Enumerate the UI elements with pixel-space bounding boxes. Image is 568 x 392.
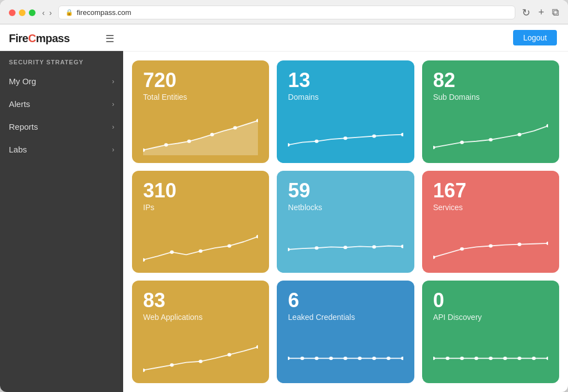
chart-line	[433, 125, 548, 147]
chart-dot	[344, 136, 347, 140]
metric-number: 59	[288, 181, 403, 201]
sidebar-item-reports[interactable]: Reports ›	[0, 115, 123, 138]
chevron-icon: ›	[112, 146, 114, 154]
metric-card-ips[interactable]: 310 IPs	[132, 171, 269, 273]
chart-dot	[315, 247, 318, 250]
chart-dot	[358, 357, 362, 360]
metric-number: 310	[143, 181, 258, 201]
chart-dot	[387, 357, 390, 360]
chart-area	[143, 116, 258, 155]
chart-dot	[227, 245, 231, 248]
chart-dot	[546, 124, 548, 128]
sidebar-section-title: SECURITY STRATEGY	[0, 51, 123, 70]
chart-dot	[445, 357, 449, 360]
chart-dot	[256, 235, 258, 238]
chart-dot	[373, 134, 376, 138]
chart-area	[288, 116, 403, 155]
metric-label: Domains	[288, 93, 403, 101]
metric-label: Total Entities	[143, 93, 258, 101]
chart-dot	[301, 357, 304, 360]
sidebar: FireCmpass ☰ SECURITY STRATEGY My Org › …	[0, 24, 123, 392]
metric-number: 167	[433, 181, 548, 201]
chart-svg	[143, 337, 258, 375]
chart-dot	[143, 149, 145, 152]
metric-card-api-discovery[interactable]: 0 API Discovery	[422, 281, 559, 383]
chart-dot	[256, 345, 258, 349]
sidebar-label-my-org: My Org	[9, 77, 36, 86]
chevron-icon: ›	[112, 78, 114, 85]
metric-card-total-entities[interactable]: 720 Total Entities	[132, 60, 269, 163]
metric-number: 6	[288, 291, 403, 310]
chart-dot	[433, 146, 435, 149]
sidebar-label-alerts: Alerts	[9, 99, 30, 109]
metric-card-services[interactable]: 167 Services	[422, 171, 559, 273]
metric-number: 83	[143, 291, 258, 310]
app-body: FireCmpass ☰ SECURITY STRATEGY My Org › …	[0, 24, 568, 392]
chart-dot	[546, 242, 548, 245]
metric-card-sub-domains[interactable]: 82 Sub Domains	[422, 60, 559, 163]
chart-svg	[288, 337, 403, 375]
top-bar: Logout	[123, 24, 568, 52]
chart-area	[143, 226, 258, 265]
hamburger-icon[interactable]: ☰	[105, 33, 114, 45]
chart-svg	[433, 226, 548, 265]
chart-dot	[489, 138, 492, 141]
metric-card-domains[interactable]: 13 Domains	[277, 60, 414, 163]
chart-area	[433, 116, 548, 155]
maximize-button[interactable]	[29, 9, 36, 16]
chart-dot	[170, 364, 174, 367]
chart-dot	[143, 258, 145, 262]
new-tab-button[interactable]: +	[538, 7, 544, 19]
copy-button[interactable]: ⧉	[552, 7, 559, 19]
chart-area	[433, 226, 548, 265]
browser-chrome: ‹ › 🔒 firecompass.com ↻ + ⧉	[0, 0, 568, 24]
metric-card-leaked-credentials[interactable]: 6 Leaked Credentials	[277, 281, 414, 383]
chart-area	[288, 226, 403, 265]
metric-label: Leaked Credentials	[288, 313, 403, 322]
back-arrow[interactable]: ‹	[42, 8, 45, 17]
chart-dot	[234, 126, 237, 129]
sidebar-item-my-org[interactable]: My Org ›	[0, 70, 123, 93]
chart-dot	[460, 141, 463, 144]
chart-area	[288, 337, 403, 375]
chart-dot	[402, 133, 403, 136]
browser-window: ‹ › 🔒 firecompass.com ↻ + ⧉ FireCmpass ☰…	[0, 0, 568, 392]
metric-label: Web Applications	[143, 313, 258, 322]
chart-dot	[187, 140, 191, 143]
address-bar[interactable]: 🔒 firecompass.com	[58, 6, 515, 19]
logout-button[interactable]: Logout	[513, 30, 557, 45]
sidebar-item-alerts[interactable]: Alerts ›	[0, 93, 123, 115]
forward-arrow[interactable]: ›	[49, 8, 52, 17]
sidebar-label-reports: Reports	[9, 122, 38, 131]
chart-dot	[489, 245, 492, 248]
metric-card-web-applications[interactable]: 83 Web Applications	[132, 281, 269, 383]
dashboard-grid: 720 Total Entities	[123, 52, 568, 392]
nav-arrows: ‹ ›	[42, 8, 52, 17]
metric-number: 720	[143, 70, 258, 90]
chart-dot	[315, 140, 318, 143]
metric-card-netblocks[interactable]: 59 Netblocks	[277, 171, 414, 273]
logo: FireCmpass	[9, 32, 70, 45]
chart-dot	[433, 256, 435, 259]
url-text: firecompass.com	[77, 8, 131, 17]
chart-dot	[143, 369, 145, 372]
reload-button[interactable]: ↻	[522, 7, 530, 19]
metric-label: Services	[433, 203, 548, 212]
minimize-button[interactable]	[19, 9, 26, 16]
chart-dot	[199, 360, 202, 363]
close-button[interactable]	[9, 9, 16, 16]
chart-dot	[460, 357, 463, 360]
metric-number: 82	[433, 70, 548, 90]
content-area: Logout 720 Total Entities	[123, 24, 568, 392]
chart-dot	[170, 251, 174, 254]
chart-dot	[546, 357, 548, 360]
chart-line	[143, 347, 258, 370]
chart-dot	[315, 357, 318, 360]
chart-svg	[288, 116, 403, 155]
chart-dot	[373, 357, 376, 360]
metric-label: Netblocks	[288, 203, 403, 212]
chart-svg	[433, 116, 548, 155]
chart-dot	[433, 357, 435, 360]
sidebar-label-labs: Labs	[9, 145, 27, 154]
sidebar-item-labs[interactable]: Labs ›	[0, 138, 123, 161]
